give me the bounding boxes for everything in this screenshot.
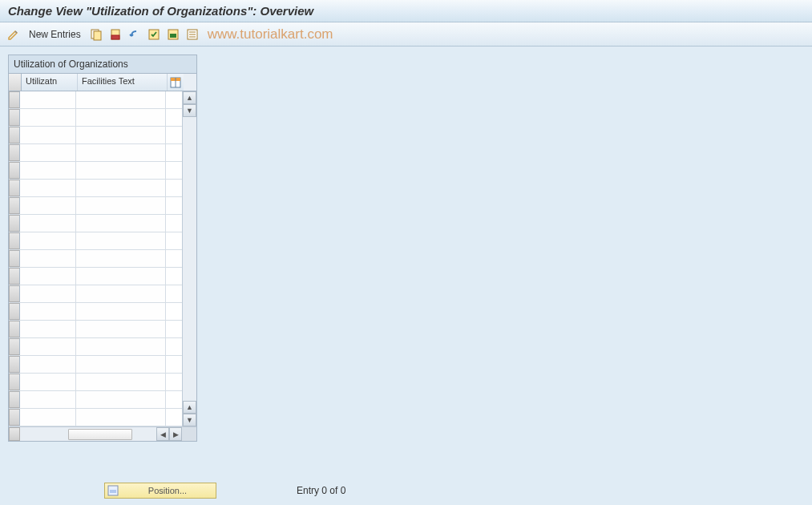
- row-selector[interactable]: [9, 303, 20, 320]
- cell-facilities-text[interactable]: [76, 321, 166, 337]
- cell-utilizatn[interactable]: [20, 268, 76, 285]
- row-selector[interactable]: [9, 162, 20, 179]
- cell-utilizatn[interactable]: [20, 338, 76, 355]
- cell-utilizatn[interactable]: [20, 91, 76, 108]
- table-row: [9, 303, 182, 321]
- content-area: Utilization of Organizations Utilizatn F…: [0, 46, 812, 450]
- table-settings-button[interactable]: [168, 74, 184, 91]
- cell-facilities-text[interactable]: [76, 127, 166, 143]
- cell-utilizatn[interactable]: [20, 180, 76, 196]
- cell-facilities-text[interactable]: [76, 197, 166, 214]
- row-selector[interactable]: [9, 109, 20, 126]
- cell-utilizatn[interactable]: [20, 144, 76, 161]
- toggle-change-icon[interactable]: [6, 27, 21, 42]
- table-row: [9, 215, 182, 232]
- row-selector[interactable]: [9, 127, 20, 143]
- table-row: [9, 180, 182, 197]
- copy-as-icon[interactable]: [89, 27, 103, 42]
- cell-utilizatn[interactable]: [20, 303, 76, 320]
- table-row: [9, 127, 182, 144]
- row-selector[interactable]: [9, 391, 20, 408]
- cell-utilizatn[interactable]: [20, 250, 76, 267]
- table-row: [9, 285, 182, 303]
- cell-facilities-text[interactable]: [76, 285, 166, 302]
- row-selector[interactable]: [9, 356, 20, 373]
- cell-utilizatn[interactable]: [20, 109, 76, 126]
- cell-utilizatn[interactable]: [20, 321, 76, 337]
- delete-icon[interactable]: [108, 27, 123, 42]
- row-selector[interactable]: [9, 180, 20, 196]
- scroll-up-button[interactable]: ▲: [183, 91, 196, 104]
- cell-facilities-text[interactable]: [76, 109, 166, 126]
- cell-utilizatn[interactable]: [20, 197, 76, 214]
- scroll-track-top[interactable]: [183, 117, 196, 401]
- cell-facilities-text[interactable]: [76, 250, 166, 267]
- table-row: [9, 321, 182, 338]
- scroll-up-button-2[interactable]: ▲: [183, 401, 196, 414]
- hscroll-track[interactable]: [20, 427, 156, 441]
- cell-utilizatn[interactable]: [20, 391, 76, 408]
- cell-facilities-text[interactable]: [76, 162, 166, 179]
- row-selector[interactable]: [9, 409, 20, 426]
- deselect-all-icon[interactable]: [185, 27, 200, 42]
- row-selector[interactable]: [9, 232, 20, 249]
- hscroll-thumb[interactable]: [68, 429, 132, 440]
- scroll-down-button[interactable]: ▼: [183, 104, 196, 117]
- cell-facilities-text[interactable]: [76, 374, 166, 390]
- position-button[interactable]: Position...: [104, 483, 216, 499]
- row-selector[interactable]: [9, 285, 20, 302]
- page-title-text: Change View "Utilization of Organization…: [8, 4, 313, 18]
- cell-utilizatn[interactable]: [20, 127, 76, 143]
- scroll-right-button[interactable]: ▶: [169, 427, 182, 441]
- cell-facilities-text[interactable]: [76, 91, 166, 108]
- cell-facilities-text[interactable]: [76, 303, 166, 320]
- cell-utilizatn[interactable]: [20, 356, 76, 373]
- table-title: Utilization of Organizations: [9, 55, 196, 74]
- cell-utilizatn[interactable]: [20, 215, 76, 232]
- column-header-utilizatn[interactable]: Utilizatn: [22, 74, 78, 91]
- row-selector[interactable]: [9, 338, 20, 355]
- row-selector[interactable]: [9, 197, 20, 214]
- table-header-row: Utilizatn Facilities Text: [9, 74, 196, 91]
- cell-facilities-text[interactable]: [76, 215, 166, 232]
- row-selector-header[interactable]: [9, 74, 22, 91]
- svg-rect-3: [111, 35, 119, 39]
- cell-facilities-text[interactable]: [76, 356, 166, 373]
- cell-utilizatn[interactable]: [20, 162, 76, 179]
- scroll-left-button[interactable]: ◀: [156, 427, 169, 441]
- table-row: [9, 91, 182, 109]
- cell-facilities-text[interactable]: [76, 180, 166, 196]
- column-header-facilities-text[interactable]: Facilities Text: [78, 74, 168, 91]
- cell-facilities-text[interactable]: [76, 144, 166, 161]
- scroll-down-button-2[interactable]: ▼: [183, 414, 196, 426]
- cell-facilities-text[interactable]: [76, 409, 166, 426]
- undo-icon[interactable]: [127, 27, 142, 42]
- cell-utilizatn[interactable]: [20, 374, 76, 390]
- vertical-scrollbar[interactable]: ▲ ▼ ▲ ▼: [182, 91, 196, 426]
- cell-utilizatn[interactable]: [20, 232, 76, 249]
- position-button-label: Position...: [148, 486, 187, 495]
- horizontal-scrollbar[interactable]: ◀ ▶: [9, 426, 196, 441]
- entry-status: Entry 0 of 0: [297, 485, 345, 496]
- cell-facilities-text[interactable]: [76, 232, 166, 249]
- row-selector[interactable]: [9, 250, 20, 267]
- table-row: [9, 356, 182, 374]
- row-selector[interactable]: [9, 215, 20, 232]
- cell-facilities-text[interactable]: [76, 338, 166, 355]
- row-selector[interactable]: [9, 268, 20, 285]
- row-selector[interactable]: [9, 374, 20, 390]
- table-row: [9, 250, 182, 268]
- cell-utilizatn[interactable]: [20, 285, 76, 302]
- new-entries-button[interactable]: New Entries: [26, 27, 84, 42]
- select-block-icon[interactable]: [166, 27, 180, 42]
- select-all-icon[interactable]: [147, 27, 161, 42]
- table-rows: [9, 91, 182, 426]
- cell-utilizatn[interactable]: [20, 409, 76, 426]
- row-selector[interactable]: [9, 144, 20, 161]
- table-row: [9, 338, 182, 356]
- row-selector[interactable]: [9, 321, 20, 337]
- cell-facilities-text[interactable]: [76, 391, 166, 408]
- cell-facilities-text[interactable]: [76, 268, 166, 285]
- hscroll-corner-left: [9, 427, 20, 441]
- row-selector[interactable]: [9, 91, 20, 108]
